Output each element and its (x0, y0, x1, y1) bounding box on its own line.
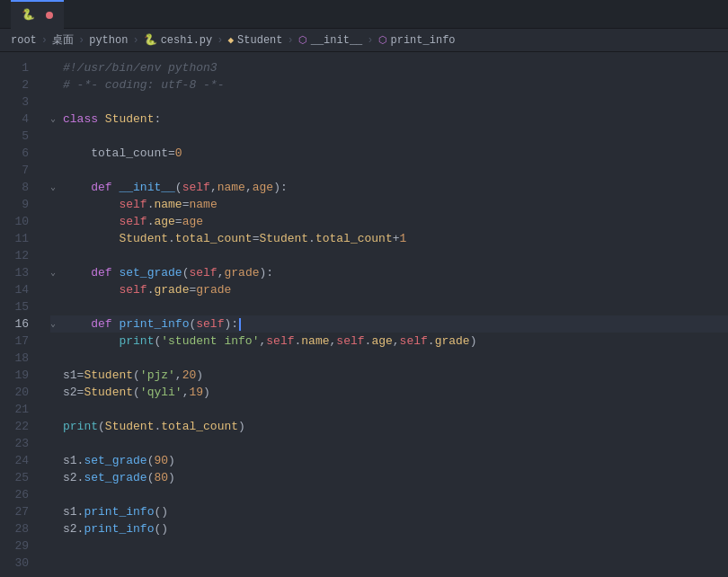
token: = (175, 213, 182, 230)
editor-tab[interactable]: 🐍 (11, 0, 64, 29)
token: ( (147, 469, 155, 486)
line-number-20: 20 (0, 384, 43, 401)
code-line-3 (50, 93, 728, 111)
token: . (77, 452, 84, 469)
token: + (393, 230, 400, 247)
code-line-25: s2.set_grade(80) (50, 469, 728, 486)
token: grade (224, 264, 259, 281)
code-area[interactable]: #!/usr/bin/env python3# -*- coding: utf-… (43, 52, 728, 577)
breadcrumb-python[interactable]: python (89, 34, 128, 47)
token: print_info (84, 503, 154, 520)
breadcrumb-class-icon: ◆ (227, 34, 234, 46)
token: 80 (154, 469, 168, 486)
token: s2 (63, 469, 77, 486)
token: grade (196, 281, 231, 298)
token: name (154, 196, 182, 213)
line-number-15: 15 (0, 298, 43, 315)
breadcrumb-python-icon: 🐍 (144, 33, 157, 47)
token: s1 (63, 367, 77, 384)
line-number-28: 28 (0, 520, 43, 537)
breadcrumb-root[interactable]: root (11, 34, 37, 47)
breadcrumb-sep5: › (288, 34, 294, 47)
code-line-4: ⌄class Student: (50, 111, 728, 128)
breadcrumb-file[interactable]: ceshi.py (161, 34, 213, 47)
breadcrumb-fn2-icon: ⬡ (378, 34, 387, 46)
line-numbers: 1234567891011121314151617181920212223242… (0, 52, 43, 577)
code-line-16: ⌄ def print_info(self): (50, 315, 728, 333)
token: = (77, 367, 84, 384)
line-number-4: 4 (0, 111, 43, 128)
token: class (63, 111, 98, 128)
token: 90 (154, 452, 168, 469)
token: . (365, 333, 372, 350)
token: s1 (63, 503, 77, 520)
token: . (168, 230, 175, 247)
token: # -*- coding: utf-8 -*- (63, 76, 224, 93)
token: 1 (400, 230, 407, 247)
token: . (147, 281, 155, 298)
code-line-21 (50, 401, 728, 418)
fold-arrow-4[interactable]: ⌄ (50, 111, 63, 128)
token: . (308, 230, 315, 247)
token (63, 196, 119, 213)
breadcrumb-sep6: › (367, 34, 373, 47)
token (63, 281, 119, 298)
breadcrumb-sep1: › (41, 34, 48, 47)
token: ( (147, 452, 155, 469)
code-line-17: print('student info',self.name,self.age,… (50, 333, 728, 350)
token: () (154, 520, 168, 537)
titlebar: 🐍 (0, 0, 728, 29)
line-number-7: 7 (0, 162, 43, 179)
token: () (154, 503, 168, 520)
token: , (330, 333, 337, 350)
fold-arrow-13[interactable]: ⌄ (50, 264, 63, 281)
token: print_info (84, 520, 154, 537)
code-line-22: print(Student.total_count) (50, 418, 728, 435)
token: , (210, 179, 218, 196)
code-line-9: self.name=name (50, 196, 728, 213)
line-number-14: 14 (0, 281, 43, 298)
token: print (119, 333, 154, 350)
line-number-3: 3 (0, 93, 43, 111)
token: set_grade (84, 452, 146, 469)
token (112, 315, 120, 333)
token: ) (196, 367, 203, 384)
token: , (259, 333, 266, 350)
code-line-15 (50, 298, 728, 315)
token: name (189, 196, 217, 213)
breadcrumb-class[interactable]: Student (237, 34, 282, 47)
code-line-23 (50, 435, 728, 452)
line-number-6: 6 (0, 145, 43, 162)
fold-arrow-8[interactable]: ⌄ (50, 179, 63, 196)
breadcrumb-init[interactable]: __init__ (311, 34, 363, 47)
line-number-1: 1 (0, 59, 43, 76)
token (63, 213, 119, 230)
token: Student (119, 230, 168, 247)
code-line-13: ⌄ def set_grade(self,grade): (50, 264, 728, 281)
token: name (218, 179, 245, 196)
token (63, 333, 119, 350)
line-number-22: 22 (0, 418, 43, 435)
breadcrumb-desktop[interactable]: 桌面 (52, 32, 74, 48)
code-line-14: self.grade=grade (50, 281, 728, 298)
code-line-12 (50, 247, 728, 264)
token: ) (168, 469, 175, 486)
token: . (77, 520, 84, 537)
token: = (253, 230, 260, 247)
code-line-6: total_count=0 (50, 145, 728, 162)
token: Student (259, 230, 308, 247)
breadcrumb-sep3: › (132, 34, 138, 47)
code-line-11: Student.total_count=Student.total_count+… (50, 230, 728, 247)
line-number-13: 13 (0, 264, 43, 281)
token: ( (189, 315, 196, 333)
line-number-16: 16 (0, 315, 43, 333)
token: set_grade (119, 264, 182, 281)
token: = (168, 145, 175, 162)
token: 'pjz' (140, 367, 175, 384)
fold-arrow-16[interactable]: ⌄ (50, 315, 63, 333)
breadcrumb-fn-icon: ⬡ (298, 34, 307, 46)
token: self (182, 179, 210, 196)
token: 'student info' (161, 333, 259, 350)
token: = (182, 196, 190, 213)
breadcrumb-printinfo[interactable]: print_info (391, 34, 456, 47)
